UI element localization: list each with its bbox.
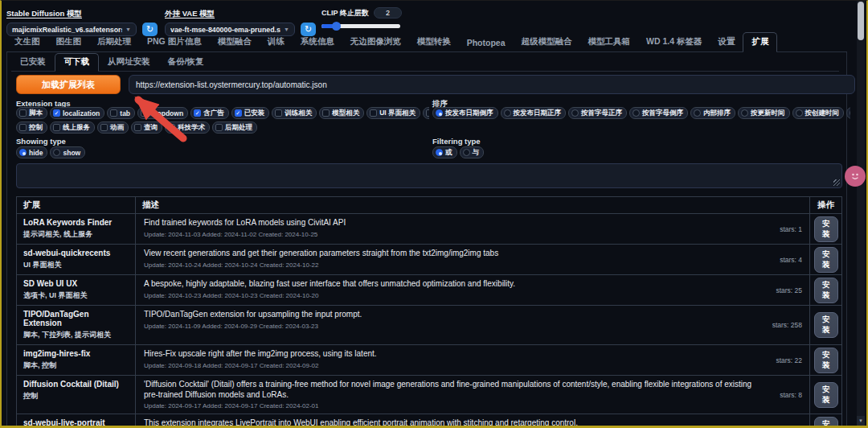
showing-type-row: hideshow [16,146,85,158]
checkbox-icon [215,124,223,131]
main-tab-7[interactable]: 无边图像浏览 [342,33,409,51]
sort-option-radio[interactable]: 按发布日期倒序 [432,107,498,119]
scrollbar-down-arrow[interactable]: ▼ [857,416,865,426]
install-button[interactable]: 安装 [814,312,838,338]
table-row: sd-webui-live-portrait脚本, 选项卡, 后期编辑This … [17,414,841,427]
vertical-scrollbar[interactable]: ▼ [857,1,865,426]
showing-type-option-label: show [63,149,80,157]
install-button[interactable]: 安装 [814,247,838,273]
extensions-sub-tab-bar: 已安装可下载从网址安装备份/恢复 [11,56,839,72]
tag-checkbox[interactable]: 科技学术 [165,121,210,134]
radio-icon [694,109,701,117]
filtering-type-option-radio[interactable]: 与 [460,146,485,158]
sort-option-label: 按创建时间 [805,109,840,118]
main-tab-8[interactable]: 模型转换 [409,33,459,51]
slider-handle[interactable] [332,22,341,31]
extension-stars: stars: 8 [780,391,802,399]
extension-description: Hires-Fix upscale right after the img2im… [144,349,801,360]
main-tab-3[interactable]: PNG 图片信息 [139,33,210,51]
install-button-label: 安装 [821,350,831,371]
tag-checkbox[interactable]: 控制 [16,121,47,134]
search-textarea[interactable] [16,163,842,188]
clip-skip-value[interactable]: 2 [374,7,402,19]
main-tab-10[interactable]: 超级模型融合 [514,33,580,51]
sub-tab-3[interactable]: 备份/恢复 [159,54,213,71]
install-button[interactable]: 安装 [814,348,838,373]
sort-option-radio[interactable]: 按创建时间 [792,107,845,119]
sort-option-radio[interactable]: 按首字母正序 [568,107,627,119]
main-tab-11[interactable]: 模型工具箱 [580,33,639,51]
tag-checkbox[interactable]: 线上服务 [50,121,95,134]
sort-option-radio[interactable]: 按 Star 数量 [846,107,850,119]
extension-name: sd-webui-live-portrait [23,418,129,427]
tag-checkbox[interactable]: UI 界面相关 [366,107,420,119]
extension-cell: sd-webui-quickrecentsUI 界面相关 [17,245,135,274]
clip-skip-slider[interactable] [321,24,400,28]
main-tab-4[interactable]: 模型融合 [210,33,260,51]
extension-dates: Update: 2024-09-17 Added: 2024-09-17 Cre… [144,402,801,409]
load-extension-list-button[interactable]: 加载扩展列表 [16,75,121,94]
sort-option-radio[interactable]: 按更新时间 [738,107,790,119]
action-cell: 安装 [809,414,841,427]
tag-label: tab [120,109,130,117]
tag-checkbox[interactable]: 模型相关 [319,107,364,119]
tag-checkbox[interactable]: 后期处理 [212,121,257,134]
main-tab-12[interactable]: WD 1.4 标签器 [638,33,710,51]
install-button[interactable]: 安装 [814,417,838,428]
tag-checkbox[interactable]: 已安装 [231,107,270,119]
install-button[interactable]: 安装 [814,278,838,303]
action-cell: 安装 [809,306,841,344]
resize-grip-icon[interactable] [833,179,840,186]
floating-widget-button[interactable] [845,166,866,187]
extension-tags-text: UI 界面相关 [23,260,129,270]
extension-dates: Update: 2024-10-24 Added: 2024-10-24 Cre… [144,261,801,269]
sort-options-row: 按发布日期倒序按发布日期正序按首字母正序按首字母倒序内部排序按更新时间按创建时间… [432,107,850,119]
description-cell: A bespoke, highly adaptable, blazing fas… [135,275,809,305]
tag-checkbox[interactable]: dropdown [137,107,188,119]
sub-tab-2[interactable]: 从网址安装 [99,54,159,71]
checkbox-icon [168,124,175,131]
tag-label: localization [63,109,100,117]
extension-tags-text: 脚本, 下拉列表, 提示词相关 [23,330,129,340]
extension-index-url-input[interactable] [129,75,855,94]
tag-checkbox[interactable]: localization [50,107,104,119]
chevron-down-icon: ▼ [284,27,289,32]
main-tab-9[interactable]: Photopea [459,35,514,51]
tag-checkbox[interactable]: 动画 [97,121,129,134]
extension-name: img2img-hires-fix [23,349,129,358]
table-header-0: 扩展 [17,197,135,213]
install-button-label: 安装 [821,419,831,427]
tag-checkbox[interactable]: 脚本 [16,107,47,119]
install-button[interactable]: 安装 [814,382,838,408]
description-cell: TIPO/DanTagGen extension for upsampling … [135,306,809,344]
install-button[interactable]: 安装 [814,216,838,242]
sort-option-radio[interactable]: 内部排序 [690,107,735,119]
tag-checkbox[interactable]: 含广告 [190,107,229,119]
sort-option-radio[interactable]: 按首字母倒序 [629,107,688,119]
checkbox-icon [19,124,27,131]
main-tab-5[interactable]: 训练 [260,33,293,51]
tag-checkbox[interactable]: 提示词相关 [423,107,429,119]
tag-checkbox[interactable]: 训练相关 [272,107,317,119]
main-tab-6[interactable]: 系统信息 [293,33,342,51]
filtering-type-label: Filtering type [432,137,481,146]
sub-tab-0[interactable]: 已安装 [11,54,55,71]
tag-checkbox[interactable]: tab [107,107,135,119]
scrollbar-thumb[interactable] [858,2,864,40]
radio-icon [463,149,470,156]
tag-checkbox[interactable]: 查询 [131,121,162,134]
clip-skip-label: CLIP 终止层数 [321,8,369,19]
showing-type-option-radio[interactable]: hide [16,146,47,158]
extension-dates: Update: 2024-09-18 Added: 2024-09-17 Cre… [144,362,801,369]
main-tab-0[interactable]: 文生图 [6,33,48,51]
main-tab-13[interactable]: 设置 [710,33,743,51]
main-tab-2[interactable]: 后期处理 [89,33,139,51]
main-tab-1[interactable]: 图生图 [48,33,90,51]
tag-label: 查询 [144,123,158,133]
radio-icon [571,109,579,117]
showing-type-option-radio[interactable]: show [50,146,85,158]
filtering-type-option-radio[interactable]: 或 [432,146,457,158]
sort-option-radio[interactable]: 按发布日期正序 [501,107,567,119]
main-tab-14[interactable]: 扩展 [743,32,777,52]
sub-tab-1[interactable]: 可下载 [55,53,100,72]
